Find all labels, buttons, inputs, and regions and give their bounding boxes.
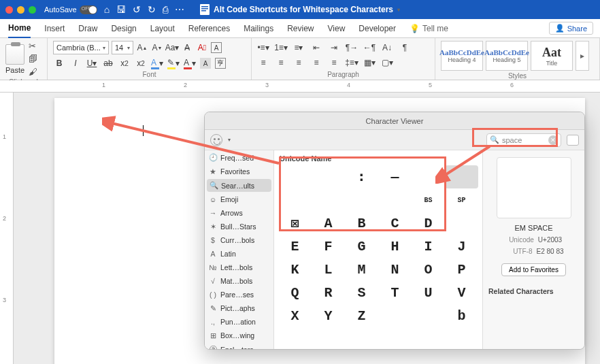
char-cell[interactable]: T: [378, 281, 412, 304]
horizontal-ruler[interactable]: 1 2 3 4 5 6: [0, 80, 600, 93]
font-size-select[interactable]: 14▾: [112, 41, 133, 54]
clear-format-icon[interactable]: A̶: [181, 42, 193, 54]
char-cell[interactable]: SP: [445, 188, 478, 212]
underline-button[interactable]: U▾: [86, 57, 98, 69]
show-marks-icon[interactable]: ¶: [399, 42, 411, 54]
collapse-view-icon[interactable]: [567, 135, 579, 146]
share-button[interactable]: 👤 Share: [549, 22, 593, 35]
char-shading-icon[interactable]: A: [200, 58, 211, 69]
shrink-font-icon[interactable]: A▼: [151, 42, 163, 54]
multilevel-icon[interactable]: ≡▾: [293, 42, 305, 54]
char-cell[interactable]: [312, 188, 345, 212]
category-arrows[interactable]: →Arrows: [205, 206, 273, 220]
subscript-button[interactable]: x2: [118, 57, 131, 69]
borders-icon[interactable]: ▢▾: [381, 56, 393, 69]
justify-icon[interactable]: ≡: [310, 56, 322, 69]
char-cell[interactable]: J: [445, 235, 478, 258]
font-name-select[interactable]: Cambria (B...▾: [53, 41, 109, 54]
category-favorites[interactable]: ★Favorites: [205, 165, 273, 178]
char-cell[interactable]: [445, 212, 478, 235]
category-bullstars[interactable]: ✶Bull…Stars: [205, 220, 273, 233]
category-freqsed[interactable]: 🕘Freq…sed: [205, 150, 273, 165]
char-cell[interactable]: L: [312, 258, 345, 281]
autosave-toggle[interactable]: AutoSave OFF: [44, 5, 97, 14]
char-cell[interactable]: ⊠: [278, 212, 312, 235]
category-lettbols[interactable]: №Lett…bols: [205, 261, 273, 274]
char-cell[interactable]: K: [278, 258, 312, 281]
emoji-picker-icon[interactable]: [210, 134, 222, 146]
home-icon[interactable]: ⌂: [104, 4, 110, 15]
char-cell[interactable]: [412, 304, 445, 327]
grow-font-icon[interactable]: A▲: [136, 42, 148, 54]
superscript-button[interactable]: x2: [135, 57, 147, 69]
char-cell[interactable]: [345, 188, 378, 212]
tell-me-search[interactable]: 💡 Tell me: [410, 24, 448, 33]
category-matbols[interactable]: √Mat…bols: [205, 274, 273, 288]
minimize-window-button[interactable]: [17, 6, 24, 14]
font-color-icon[interactable]: A▾: [184, 57, 196, 69]
zoom-window-button[interactable]: [29, 6, 36, 14]
char-cell[interactable]: R: [312, 281, 345, 304]
chevron-down-icon[interactable]: ▾: [228, 137, 231, 143]
char-cell[interactable]: D: [412, 212, 445, 235]
charviewer-search-input[interactable]: 🔍 space ✕: [486, 133, 561, 147]
clear-search-icon[interactable]: ✕: [548, 135, 558, 145]
shading-icon[interactable]: ▦▾: [363, 56, 376, 69]
add-favorites-button[interactable]: Add to Favorites: [501, 263, 566, 276]
sort-icon[interactable]: A↓: [381, 42, 393, 54]
format-painter-icon[interactable]: 🖌: [29, 67, 37, 77]
toggle-switch[interactable]: OFF: [80, 5, 97, 14]
char-cell[interactable]: N: [378, 258, 412, 281]
align-right-icon[interactable]: ≡: [293, 56, 305, 69]
char-cell[interactable]: Z: [345, 304, 378, 327]
bullets-icon[interactable]: •≡▾: [257, 42, 269, 54]
char-cell[interactable]: O: [412, 258, 445, 281]
align-left-icon[interactable]: ≡: [257, 56, 269, 69]
char-cell[interactable]: [378, 304, 412, 327]
tab-review[interactable]: Review: [287, 20, 314, 37]
strikethrough-button[interactable]: ab: [102, 57, 114, 69]
category-pareses[interactable]: ( )Pare…ses: [205, 288, 273, 301]
line-spacing-icon[interactable]: ‡≡▾: [346, 56, 358, 69]
char-cell[interactable]: M: [345, 258, 378, 281]
char-cell[interactable]: Y: [312, 304, 345, 327]
char-cell[interactable]: [412, 165, 445, 188]
rtl-icon[interactable]: ←¶: [363, 42, 376, 54]
char-cell[interactable]: P: [445, 258, 478, 281]
tab-developer[interactable]: Developer: [359, 20, 396, 37]
category-punation[interactable]: .,Pun…ation: [205, 315, 273, 329]
char-cell[interactable]: G: [345, 235, 378, 258]
char-cell[interactable]: C: [378, 212, 412, 235]
text-effects-icon[interactable]: A▾: [151, 57, 163, 69]
tab-layout[interactable]: Layout: [150, 20, 175, 37]
char-cell[interactable]: [378, 188, 412, 212]
tab-mailings[interactable]: Mailings: [244, 20, 273, 37]
category-boxwing[interactable]: ⊞Box…wing: [205, 329, 273, 342]
close-window-button[interactable]: [5, 6, 13, 14]
style-heading5[interactable]: AaBbCcDdEe Heading 5: [486, 41, 528, 71]
ltr-icon[interactable]: ¶→: [346, 42, 358, 54]
category-currbols[interactable]: $Curr…bols: [205, 233, 273, 247]
char-cell[interactable]: S: [345, 281, 378, 304]
char-cell[interactable]: A: [312, 212, 345, 235]
highlight-color-icon[interactable]: ✎▾: [167, 57, 180, 69]
char-cell[interactable]: [278, 165, 312, 188]
tab-home[interactable]: Home: [8, 19, 31, 38]
phonetic-guide-icon[interactable]: A⃝: [196, 42, 208, 54]
char-cell[interactable]: U: [412, 281, 445, 304]
category-searults[interactable]: 🔍Sear…ults: [207, 179, 271, 192]
numbering-icon[interactable]: 1≡▾: [275, 42, 287, 54]
italic-button[interactable]: I: [69, 57, 82, 69]
vertical-ruler[interactable]: 1 2 3: [0, 93, 14, 364]
char-cell[interactable]: ∶: [345, 165, 378, 188]
paste-button[interactable]: Paste: [5, 44, 24, 74]
more-icon[interactable]: ⋯: [175, 4, 184, 15]
undo-icon[interactable]: ↺: [133, 4, 141, 15]
distributed-icon[interactable]: ≡: [328, 56, 340, 69]
increase-indent-icon[interactable]: ⇥: [328, 42, 340, 54]
tab-draw[interactable]: Draw: [78, 20, 97, 37]
char-cell[interactable]: H: [378, 235, 412, 258]
char-cell[interactable]: —: [378, 165, 412, 188]
category-emoji[interactable]: ☺Emoji: [205, 193, 273, 206]
tab-insert[interactable]: Insert: [44, 20, 65, 37]
